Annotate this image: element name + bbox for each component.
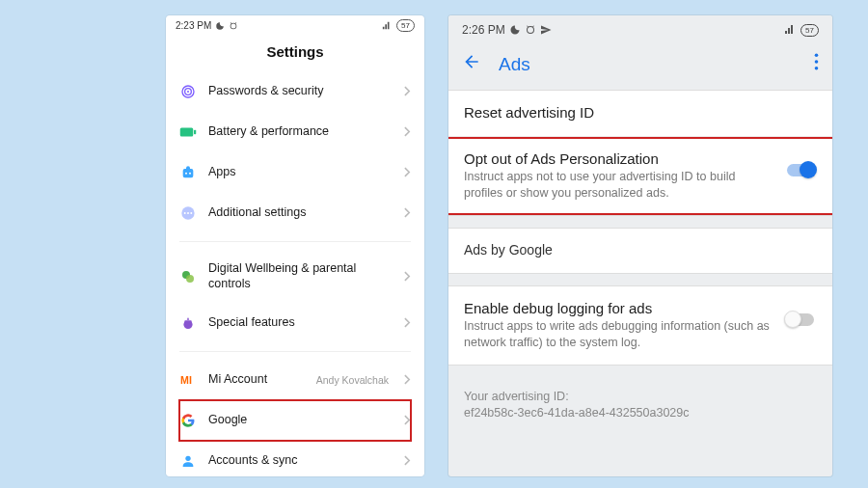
item-label: Additional settings [208, 205, 393, 221]
divider [179, 351, 411, 352]
svg-rect-4 [194, 130, 196, 135]
debug-section: Enable debug logging for ads Instruct ap… [448, 285, 832, 366]
battery-indicator: 57 [800, 24, 819, 37]
svg-point-12 [186, 275, 194, 283]
svg-point-2 [187, 91, 189, 93]
settings-screen: 2:23 PM 57 Settings Passwords & security… [166, 15, 424, 476]
svg-point-17 [815, 67, 819, 70]
item-description: Instruct apps not to use your advertisin… [464, 169, 773, 202]
ads-screen: 2:26 PM 57 Ads Reset advertising ID Opt … [448, 15, 832, 476]
ads-by-google-item[interactable]: Ads by Google [448, 229, 832, 273]
svg-point-15 [815, 53, 819, 57]
chevron-right-icon [404, 269, 411, 285]
alarm-icon [525, 24, 536, 36]
alarm-icon [229, 21, 238, 31]
item-label: Mi Account [208, 372, 305, 388]
debug-toggle[interactable] [784, 310, 817, 329]
item-label: Passwords & security [208, 84, 393, 99]
settings-item-special-features[interactable]: Special features [179, 303, 411, 343]
opt-out-toggle[interactable] [784, 160, 817, 179]
settings-item-battery-performance[interactable]: Battery & performance [179, 112, 411, 152]
more-vert-icon [814, 53, 819, 70]
status-bar: 2:26 PM 57 [448, 15, 832, 42]
toolbar-title: Ads [499, 54, 797, 75]
advertising-id-value: ef24b58c-3ec6-41da-a8e4-432550a3029c [464, 405, 817, 422]
item-title: Ads by Google [464, 242, 817, 258]
chevron-right-icon [404, 453, 411, 469]
advertising-id-footer: Your advertising ID: ef24b58c-3ec6-41da-… [448, 377, 832, 434]
item-title: Opt out of Ads Personalization [464, 150, 773, 167]
chevron-right-icon [404, 315, 411, 331]
battery-indicator: 57 [396, 19, 415, 32]
item-label: Google [208, 413, 393, 428]
svg-point-9 [187, 212, 189, 214]
send-icon [540, 24, 552, 36]
item-label: Digital Wellbeing & parental controls [208, 261, 393, 291]
item-description: Instruct apps to write ads debugging inf… [464, 318, 773, 351]
settings-item-passwords-security[interactable]: Passwords & security [179, 71, 411, 112]
item-label: Battery & performance [208, 124, 393, 140]
status-bar: 2:23 PM 57 [166, 15, 424, 34]
item-label: Special features [208, 315, 393, 331]
ads-by-google-section: Ads by Google [448, 228, 832, 274]
chevron-right-icon [404, 84, 411, 99]
svg-point-10 [190, 212, 192, 214]
arrow-left-icon [462, 52, 481, 71]
item-label: Apps [208, 165, 393, 180]
overflow-menu-button[interactable] [814, 53, 819, 75]
opt-out-ads-item[interactable]: Opt out of Ads Personalization Instruct … [448, 137, 832, 215]
chevron-right-icon [404, 205, 411, 221]
divider [179, 241, 411, 242]
item-label: Accounts & sync [208, 453, 393, 469]
item-value: Andy Kovalchak [316, 374, 389, 386]
item-title: Reset advertising ID [464, 104, 817, 121]
chevron-right-icon [404, 124, 411, 140]
footer-label: Your advertising ID: [464, 389, 817, 406]
more-icon [179, 204, 197, 222]
moon-icon [509, 24, 521, 36]
page-title: Settings [166, 34, 424, 71]
settings-item-google[interactable]: Google [179, 400, 411, 441]
settings-item-digital-wellbeing-parental-controls[interactable]: Digital Wellbeing & parental controls [179, 250, 411, 303]
signal-icon [381, 21, 393, 31]
reset-advertising-id-item[interactable]: Reset advertising ID [448, 91, 832, 137]
battery-icon [179, 123, 197, 141]
enable-debug-logging-item[interactable]: Enable debug logging for ads Instruct ap… [448, 286, 832, 365]
settings-list: Passwords & securityBattery & performanc… [166, 71, 424, 476]
signal-icon [783, 24, 797, 36]
svg-point-14 [185, 456, 190, 461]
apps-icon [179, 164, 197, 181]
status-time: 2:26 PM [462, 23, 505, 37]
settings-item-additional-settings[interactable]: Additional settings [179, 193, 411, 233]
wellbeing-icon [179, 268, 197, 285]
status-time: 2:23 PM [176, 20, 211, 31]
svg-rect-3 [180, 128, 194, 137]
moon-icon [215, 21, 225, 31]
chevron-right-icon [404, 413, 411, 428]
special-icon [179, 314, 197, 332]
chevron-right-icon [404, 372, 411, 388]
svg-point-16 [815, 60, 819, 64]
settings-item-apps[interactable]: Apps [179, 152, 411, 193]
chevron-right-icon [404, 165, 411, 180]
settings-item-mi-account[interactable]: MIMi AccountAndy Kovalchak [179, 360, 411, 400]
app-bar: Ads [448, 42, 832, 90]
google-icon [179, 412, 197, 429]
item-title: Enable debug logging for ads [464, 300, 773, 316]
svg-point-5 [185, 173, 187, 175]
back-button[interactable] [462, 52, 481, 76]
svg-text:MI: MI [180, 374, 192, 386]
sync-icon [179, 452, 197, 470]
ads-section-main: Reset advertising ID Opt out of Ads Pers… [448, 90, 832, 216]
svg-point-6 [189, 173, 191, 175]
settings-item-accounts-sync[interactable]: Accounts & sync [179, 441, 411, 476]
mi-icon: MI [179, 371, 197, 389]
svg-point-8 [184, 212, 186, 214]
fingerprint-icon [179, 83, 197, 100]
